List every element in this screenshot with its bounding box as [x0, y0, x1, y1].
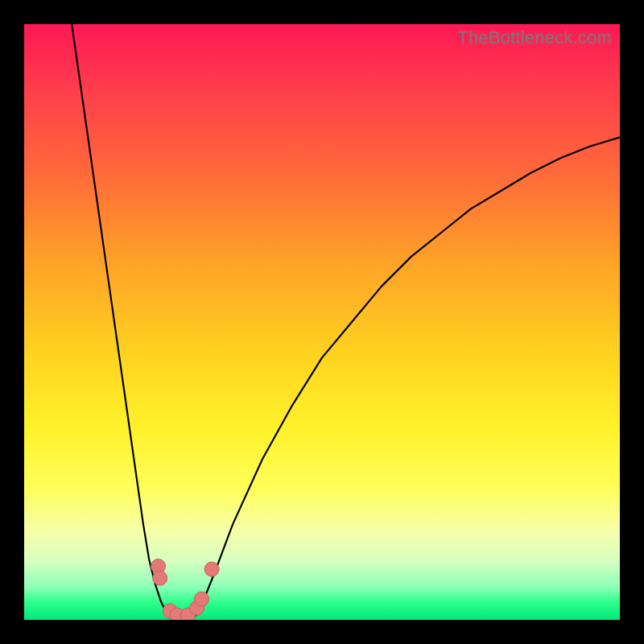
curve-right-branch	[191, 138, 620, 620]
data-marker	[195, 592, 209, 606]
chart-svg	[24, 24, 620, 620]
plot-area: TheBottleneck.com	[24, 24, 620, 620]
chart-container: TheBottleneck.com	[0, 0, 644, 644]
series-group	[72, 24, 620, 620]
curve-left-branch	[72, 24, 173, 620]
data-marker	[153, 571, 167, 585]
data-marker	[204, 562, 219, 576]
